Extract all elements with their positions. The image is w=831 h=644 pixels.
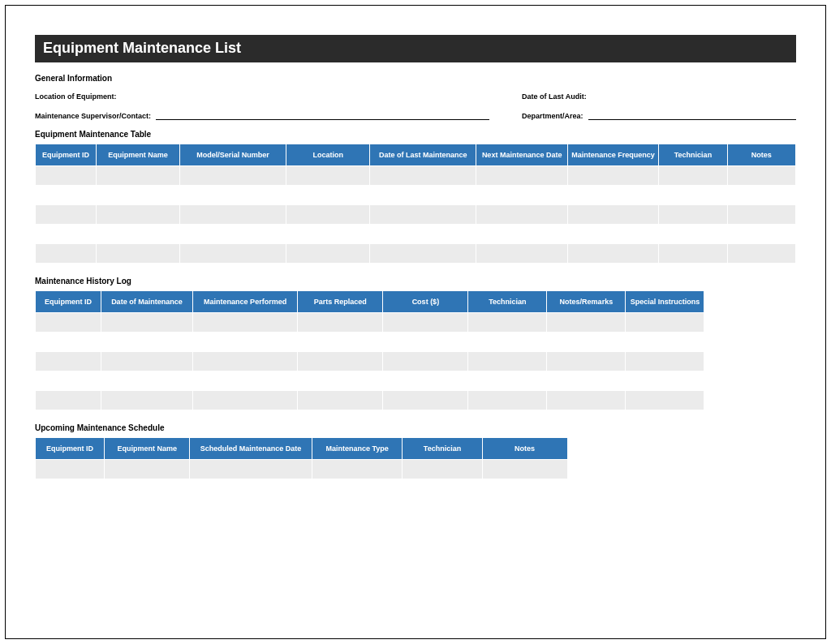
table-row: [36, 225, 796, 244]
page-title-bar: Equipment Maintenance List: [35, 35, 796, 62]
input-line-department[interactable]: [588, 110, 796, 120]
label-supervisor: Maintenance Supervisor/Contact:: [35, 112, 151, 120]
th-frequency: Maintenance Frequency: [567, 144, 658, 166]
th-last-maint: Date of Last Maintenance: [370, 144, 476, 166]
th-location: Location: [286, 144, 370, 166]
th-notes: Notes: [727, 144, 795, 166]
label-department: Department/Area:: [522, 112, 583, 120]
info-row-1: Location of Equipment: Date of Last Audi…: [35, 92, 796, 101]
th-scheduled-date: Scheduled Maintenance Date: [190, 438, 312, 460]
field-department: Department/Area:: [522, 110, 796, 120]
label-audit: Date of Last Audit:: [522, 92, 587, 101]
th-maint-type: Maintenance Type: [312, 438, 402, 460]
th-maint-performed: Maintenance Performed: [192, 291, 297, 313]
section-equipment-table: Equipment Maintenance Table Equipment ID…: [35, 130, 796, 264]
page-title: Equipment Maintenance List: [43, 40, 241, 56]
table-row: [36, 186, 796, 205]
table-row: [36, 333, 704, 352]
th-equipment-name: Equipment Name: [96, 144, 179, 166]
equipment-maintenance-table: Equipment ID Equipment Name Model/Serial…: [35, 144, 796, 264]
th-equipment-id: Equipment ID: [36, 144, 97, 166]
table-row: [36, 460, 568, 479]
table-row: [36, 391, 704, 410]
th-instructions: Special Instructions: [626, 291, 704, 313]
label-history-log: Maintenance History Log: [35, 277, 796, 286]
th-equipment-id: Equipment ID: [36, 438, 105, 460]
field-audit-date: Date of Last Audit:: [522, 92, 796, 101]
field-supervisor: Maintenance Supervisor/Contact:: [35, 110, 489, 120]
document-page: Equipment Maintenance List General Infor…: [5, 5, 826, 639]
upcoming-maintenance-table: Equipment ID Equipment Name Scheduled Ma…: [35, 437, 568, 499]
label-upcoming: Upcoming Maintenance Schedule: [35, 423, 796, 432]
section-upcoming-schedule: Upcoming Maintenance Schedule Equipment …: [35, 423, 796, 499]
th-parts: Parts Replaced: [298, 291, 383, 313]
th-technician: Technician: [468, 291, 547, 313]
section-general-info: General Information: [35, 74, 796, 83]
th-technician: Technician: [659, 144, 727, 166]
table-row: [36, 371, 704, 391]
table-row: [36, 313, 704, 333]
section-history-log: Maintenance History Log Equipment ID Dat…: [35, 277, 796, 410]
info-row-2: Maintenance Supervisor/Contact: Departme…: [35, 110, 796, 120]
th-notes: Notes: [482, 438, 567, 460]
th-next-maint: Next Maintenance Date: [476, 144, 567, 166]
table-row: [36, 166, 796, 186]
table-row: [36, 352, 704, 371]
table-header-row: Equipment ID Date of Maintenance Mainten…: [36, 291, 704, 313]
table-row: [36, 205, 796, 225]
th-equipment-name: Equipment Name: [105, 438, 190, 460]
th-equipment-id: Equipment ID: [36, 291, 101, 313]
table-row: [36, 479, 568, 499]
table-row: [36, 244, 796, 264]
th-model-serial: Model/Serial Number: [180, 144, 286, 166]
field-location: Location of Equipment:: [35, 92, 489, 101]
label-location: Location of Equipment:: [35, 92, 117, 101]
table-header-row: Equipment ID Equipment Name Scheduled Ma…: [36, 438, 568, 460]
th-maint-date: Date of Maintenance: [101, 291, 192, 313]
table-header-row: Equipment ID Equipment Name Model/Serial…: [36, 144, 796, 166]
th-remarks: Notes/Remarks: [547, 291, 626, 313]
maintenance-history-table: Equipment ID Date of Maintenance Mainten…: [35, 290, 704, 410]
th-technician: Technician: [403, 438, 482, 460]
label-equipment-table: Equipment Maintenance Table: [35, 130, 796, 139]
th-cost: Cost ($): [383, 291, 468, 313]
input-line-supervisor[interactable]: [156, 110, 489, 120]
